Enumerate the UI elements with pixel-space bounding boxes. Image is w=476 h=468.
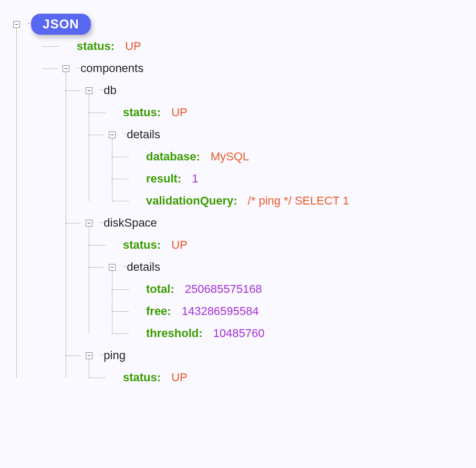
components-children: ··· db status : UP (63, 79, 463, 389)
node-components: ··· components ··· db (39, 57, 463, 389)
key-db-validationquery: validationQuery (146, 194, 233, 208)
tree-connector: ··· (123, 263, 126, 269)
db-details-children: database : MySQL result (109, 146, 463, 212)
key-db-database: database (146, 150, 196, 164)
toggle-ping[interactable] (86, 352, 92, 359)
key-ping-status: status (123, 371, 157, 384)
colon: : (157, 106, 161, 119)
colon: : (167, 304, 171, 318)
node-diskspace-threshold: threshold : 10485760 (109, 322, 463, 344)
colon: : (170, 282, 174, 296)
tree-connector: ··· (100, 87, 102, 93)
ping-children: status : UP (86, 367, 463, 389)
val-status: UP (125, 39, 141, 53)
node-diskspace-free: free : 143286595584 (109, 300, 463, 322)
key-status: status (77, 39, 111, 53)
diskspace-children: status : UP ··· details (86, 234, 463, 344)
toggle-root[interactable] (13, 21, 20, 28)
colon: : (111, 39, 115, 53)
node-ping: ··· ping status : UP (63, 344, 463, 389)
tree-connector: ··· (27, 21, 30, 26)
tree-connector: ··· (100, 219, 102, 225)
key-diskspace-free: free (146, 304, 167, 318)
node-diskspace-details: ··· details total : (86, 256, 463, 344)
key-db-details: details (127, 128, 160, 141)
tree-connector: ··· (100, 352, 102, 358)
db-children: status : UP ··· details (86, 101, 463, 212)
toggle-components[interactable] (63, 65, 69, 72)
node-db-database: database : MySQL (109, 146, 463, 168)
node-diskspace-status: status : UP (86, 234, 463, 256)
tree-connector: ··· (77, 65, 79, 70)
node-db: ··· db status : UP (63, 79, 463, 212)
toggle-db-details[interactable] (109, 131, 116, 138)
val-db-result: 1 (192, 172, 198, 186)
tree-connector: ··· (123, 131, 126, 137)
val-diskspace-threshold: 10485760 (213, 327, 265, 340)
val-diskspace-total: 250685575168 (185, 282, 262, 296)
node-ping-status: status : UP (86, 367, 463, 389)
val-db-validationquery: /* ping */ SELECT 1 (248, 194, 349, 208)
key-diskspace-details: details (127, 260, 160, 274)
key-db: db (104, 84, 116, 97)
colon: : (157, 371, 161, 384)
key-diskspace-threshold: threshold (146, 327, 199, 340)
node-db-status: status : UP (86, 101, 463, 124)
key-diskspace-total: total (146, 282, 170, 296)
key-ping: ping (104, 349, 126, 362)
toggle-diskspace[interactable] (86, 220, 92, 227)
val-db-database: MySQL (211, 150, 249, 164)
val-diskspace-status: UP (171, 238, 188, 252)
key-components: components (80, 62, 143, 75)
colon: : (157, 238, 161, 252)
val-ping-status: UP (171, 371, 188, 384)
diskspace-details-children: total : 250685575168 free (109, 278, 463, 344)
val-db-status: UP (171, 106, 188, 119)
node-db-validationquery: validationQuery : /* ping */ SELECT 1 (109, 190, 463, 212)
root-node: ··· JSON status : UP ··· components (13, 13, 463, 389)
node-db-details: ··· details database : (86, 124, 463, 212)
val-diskspace-free: 143286595584 (182, 304, 259, 318)
key-db-status: status (123, 106, 157, 119)
node-diskspace: ··· diskSpace status : UP (63, 212, 463, 344)
colon: : (178, 172, 181, 186)
toggle-diskspace-details[interactable] (109, 264, 116, 271)
toggle-db[interactable] (86, 87, 92, 94)
colon: : (199, 327, 202, 340)
json-tree: ··· JSON status : UP ··· components (13, 13, 463, 389)
colon: : (196, 150, 200, 164)
colon: : (233, 194, 237, 208)
key-diskspace: diskSpace (104, 216, 157, 230)
node-diskspace-total: total : 250685575168 (109, 278, 463, 300)
root-children: status : UP ··· components (13, 35, 463, 389)
node-db-result: result : 1 (109, 168, 463, 190)
key-db-result: result (146, 172, 178, 186)
key-diskspace-status: status (123, 238, 157, 252)
json-badge: JSON (31, 14, 90, 35)
node-status: status : UP (39, 35, 463, 57)
